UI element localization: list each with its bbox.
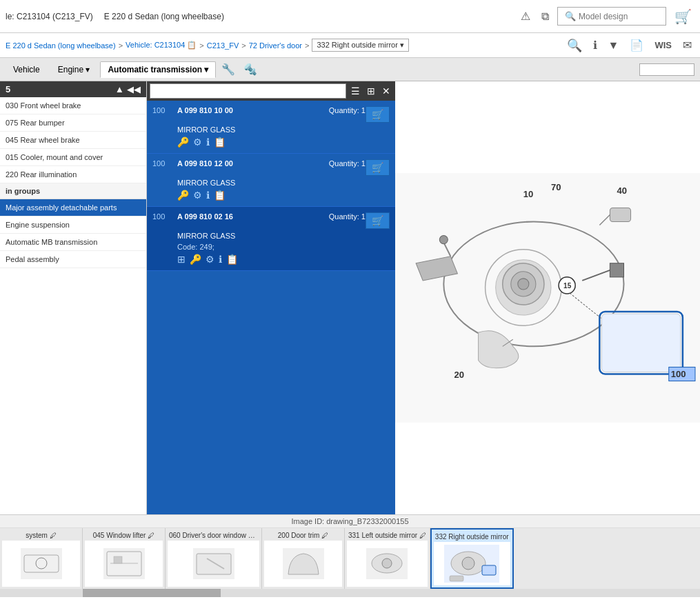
sidebar-header: 5 ▲ ◀◀ [0,81,146,97]
zoom-in-icon[interactable]: 🔍 [564,37,585,54]
part-row-1[interactable]: 100 A 099 810 12 00 Quantity: 1 🛒 MIRROR… [147,154,395,207]
breadcrumb-sep-1: > [119,41,123,50]
bottom-bar: Image ID: drawing_B72332000155 system 🖊 … [0,514,700,604]
part-0-key-icon[interactable]: 🔑 [177,137,189,148]
part-2-gear-icon[interactable]: ⚙ [206,254,214,265]
part-1-gear-icon[interactable]: ⚙ [193,190,202,201]
breadcrumb-bar: E 220 d Sedan (long wheelbase) > Vehicle… [0,33,700,58]
warning-icon[interactable]: ⚠ [518,8,533,24]
diagram-area: 70 10 15 40 20 100 [395,81,700,514]
sidebar-item-030[interactable]: 030 Front wheel brake [0,97,146,114]
tab-engine[interactable]: Engine ▾ [50,61,98,78]
breadcrumb-mirror-dropdown[interactable]: 332 Right outside mirror ▾ [312,39,408,52]
vehicle-name: E 220 d Sedan (long wheelbase) [104,12,224,21]
sidebar-item-pedal[interactable]: Pedal assembly [0,251,146,268]
part-row-2[interactable]: 100 A 099 810 02 16 Quantity: 1 🛒 MIRROR… [147,207,395,271]
mail-icon[interactable]: ✉ [680,37,694,54]
part-1-doc-icon[interactable]: 📋 [214,190,226,201]
part-0-cart-button[interactable]: 🛒 [366,106,390,123]
diagram-svg: 70 10 15 40 20 100 [395,81,700,514]
breadcrumb-vehicle[interactable]: Vehicle: C213104 📋 [126,41,197,50]
top-bar-icons: ⚠ ⧉ 🔍 🛒 [518,7,694,26]
part-0-gear-icon[interactable]: ⚙ [193,137,202,148]
part-1-key-icon[interactable]: 🔑 [177,190,189,201]
sidebar-back-icon[interactable]: ◀◀ [127,84,141,94]
part-1-name: MIRROR GLASS [177,179,390,187]
sidebar-item-major[interactable]: Major assembly detachable parts [0,199,146,217]
diagram-label-40: 40 [617,185,627,196]
part-2-doc-icon[interactable]: 📋 [226,254,238,265]
part-2-key-icon[interactable]: 🔑 [190,254,201,265]
wis-icon[interactable]: WIS [652,37,674,54]
part-2-id: A 099 810 02 16 [177,212,325,221]
copy-icon[interactable]: ⧉ [539,9,552,24]
sidebar-item-220[interactable]: 220 Rear illumination [0,166,146,183]
thumb-331[interactable]: 331 Left outside mirror 🖊 [345,528,430,589]
thumb-045-label: 045 Window lifter 🖊 [85,530,163,541]
nav-search [639,63,694,76]
grid-view-icon[interactable]: ⊞ [365,85,377,97]
document-icon[interactable]: 📄 [627,37,646,54]
sidebar-item-075[interactable]: 075 Rear bumper [0,114,146,132]
breadcrumb-door[interactable]: 72 Driver's door [249,41,302,50]
part-1-info-icon[interactable]: ℹ [206,190,210,201]
thumb-system-img [2,541,80,587]
sidebar-item-engine-susp-label: Engine suspension [6,221,70,229]
parts-list-search-input[interactable] [150,83,346,99]
thumb-332-img [434,542,510,585]
thumb-system[interactable]: system 🖊 [0,528,83,589]
tab-transmission[interactable]: Automatic transmission ▾ [100,61,216,78]
thumbnails-row: system 🖊 045 Window lifter 🖊 [0,528,700,589]
parts-list-toolbar: ☰ ⊞ ✕ [147,81,395,101]
thumb-045[interactable]: 045 Window lifter 🖊 [83,528,166,589]
sidebar-item-045[interactable]: 045 Rear wheel brake [0,132,146,149]
wrench-icon[interactable]: 🔩 [241,61,260,77]
part-2-table-icon[interactable]: ⊞ [177,254,186,265]
image-id-bar: Image ID: drawing_B72332000155 [0,515,700,528]
thumb-200[interactable]: 200 Door trim 🖊 [262,528,345,589]
filter-icon[interactable]: ▼ [606,37,622,54]
sidebar-collapse-icon[interactable]: ▲ [115,84,124,94]
vehicle-code: le: C213104 (C213_FV) [6,12,93,21]
sidebar-item-engine-susp[interactable]: Engine suspension [0,217,146,234]
part-2-number: 100 [152,212,173,221]
top-bar: le: C213104 (C213_FV) E 220 d Sedan (lon… [0,0,700,33]
nav-search-input[interactable] [639,63,694,76]
sidebar-item-015[interactable]: 015 Cooler, mount and cover [0,149,146,166]
tab-vehicle[interactable]: Vehicle [6,61,48,78]
breadcrumb-sep-3: > [241,41,246,50]
part-2-cart-button[interactable]: 🛒 [366,212,390,229]
part-0-doc-icon[interactable]: 📋 [214,137,226,148]
sidebar-item-220-label: 220 Rear illumination [6,170,77,179]
part-1-number: 100 [152,159,173,168]
search-icon[interactable]: 🔍 [562,10,579,23]
svg-point-6 [518,279,529,290]
info-icon[interactable]: ℹ [590,37,600,54]
part-1-qty: Quantity: 1 [329,159,366,168]
svg-point-30 [382,558,392,568]
close-icon[interactable]: ✕ [380,85,392,97]
cart-button[interactable]: 🛒 [672,7,694,26]
breadcrumb-model[interactable]: E 220 d Sedan (long wheelbase) [6,41,116,50]
part-row-0[interactable]: 100 A 099 810 10 00 Quantity: 1 🛒 MIRROR… [147,101,395,154]
list-view-icon[interactable]: ☰ [349,85,362,97]
thumb-060[interactable]: 060 Driver's door window system 🖊 [166,528,262,589]
top-bar-left: le: C213104 (C213_FV) E 220 d Sedan (lon… [6,12,512,21]
diagram-label-20: 20 [454,370,464,380]
part-1-cart-button[interactable]: 🛒 [366,159,390,176]
thumb-060-img [168,541,259,587]
thumb-332[interactable]: 332 Right outside mirror [430,528,514,589]
part-1-id: A 099 810 12 00 [177,159,325,168]
main-content: 5 ▲ ◀◀ 030 Front wheel brake 075 Rear bu… [0,81,700,514]
part-0-info-icon[interactable]: ℹ [206,137,210,148]
sidebar-item-auto-mb[interactable]: Automatic MB transmission [0,234,146,251]
settings-icon[interactable]: 🔧 [219,61,238,77]
thumb-system-label: system 🖊 [2,530,80,541]
scrollbar-thumb[interactable] [83,589,221,597]
sidebar-item-auto-mb-label: Automatic MB transmission [6,238,97,246]
model-search-input[interactable] [579,12,661,21]
thumb-200-label: 200 Door trim 🖊 [264,530,342,541]
breadcrumb-fv[interactable]: C213_FV [207,41,239,50]
diagram-label-70: 70 [551,182,561,192]
part-2-info-icon[interactable]: ℹ [219,254,222,265]
